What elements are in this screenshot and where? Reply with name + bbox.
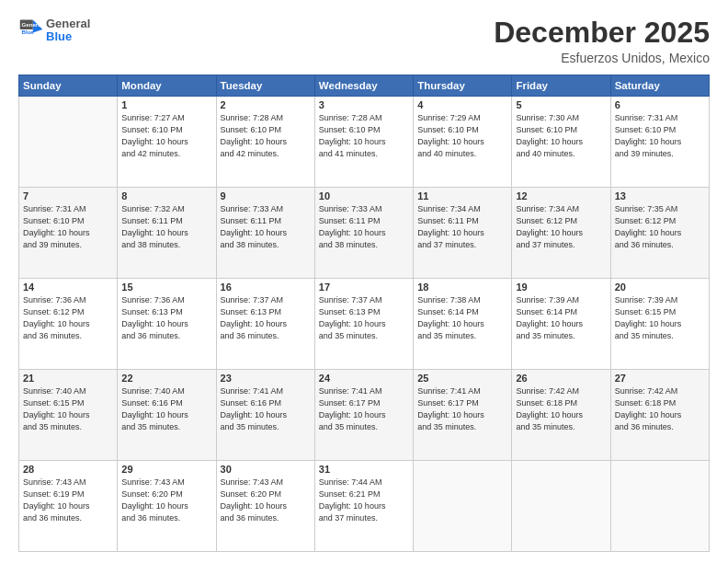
day-number: 1 bbox=[121, 99, 211, 110]
calendar-cell: 18Sunrise: 7:38 AM Sunset: 6:14 PM Dayli… bbox=[414, 279, 512, 370]
calendar-header-row: Sunday Monday Tuesday Wednesday Thursday… bbox=[19, 75, 710, 97]
day-number: 6 bbox=[615, 99, 705, 110]
calendar-cell: 5Sunrise: 7:30 AM Sunset: 6:10 PM Daylig… bbox=[512, 97, 610, 188]
day-number: 7 bbox=[23, 190, 113, 201]
col-wednesday: Wednesday bbox=[314, 75, 413, 97]
day-number: 14 bbox=[23, 282, 113, 293]
day-number: 26 bbox=[516, 373, 606, 384]
day-number: 23 bbox=[221, 373, 311, 384]
day-info: Sunrise: 7:43 AM Sunset: 6:19 PM Dayligh… bbox=[23, 477, 113, 524]
day-info: Sunrise: 7:32 AM Sunset: 6:11 PM Dayligh… bbox=[121, 203, 211, 251]
calendar-cell: 21Sunrise: 7:40 AM Sunset: 6:15 PM Dayli… bbox=[19, 370, 118, 461]
calendar-cell: 10Sunrise: 7:33 AM Sunset: 6:11 PM Dayli… bbox=[314, 188, 413, 279]
calendar-cell: 7Sunrise: 7:31 AM Sunset: 6:10 PM Daylig… bbox=[19, 188, 118, 279]
day-number: 3 bbox=[319, 99, 409, 110]
svg-text:Blue: Blue bbox=[22, 29, 35, 35]
day-info: Sunrise: 7:33 AM Sunset: 6:11 PM Dayligh… bbox=[319, 203, 409, 251]
day-info: Sunrise: 7:36 AM Sunset: 6:13 PM Dayligh… bbox=[121, 294, 211, 342]
day-number: 4 bbox=[417, 99, 507, 110]
day-number: 18 bbox=[417, 282, 507, 293]
calendar-cell bbox=[414, 461, 512, 552]
title-block: December 2025 Esfuerzos Unidos, Mexico bbox=[494, 17, 710, 65]
day-info: Sunrise: 7:28 AM Sunset: 6:10 PM Dayligh… bbox=[221, 112, 311, 160]
day-number: 31 bbox=[319, 464, 409, 475]
calendar-week-row-4: 21Sunrise: 7:40 AM Sunset: 6:15 PM Dayli… bbox=[19, 370, 710, 461]
day-number: 13 bbox=[615, 190, 705, 201]
month-title: December 2025 bbox=[494, 17, 710, 49]
day-info: Sunrise: 7:31 AM Sunset: 6:10 PM Dayligh… bbox=[615, 112, 705, 160]
col-saturday: Saturday bbox=[610, 75, 709, 97]
col-monday: Monday bbox=[118, 75, 216, 97]
calendar-cell: 26Sunrise: 7:42 AM Sunset: 6:18 PM Dayli… bbox=[512, 370, 610, 461]
calendar-week-row-3: 14Sunrise: 7:36 AM Sunset: 6:12 PM Dayli… bbox=[19, 279, 710, 370]
calendar-cell: 19Sunrise: 7:39 AM Sunset: 6:14 PM Dayli… bbox=[512, 279, 610, 370]
calendar-cell: 13Sunrise: 7:35 AM Sunset: 6:12 PM Dayli… bbox=[610, 188, 709, 279]
day-number: 16 bbox=[221, 282, 311, 293]
calendar-cell: 31Sunrise: 7:44 AM Sunset: 6:21 PM Dayli… bbox=[314, 461, 413, 552]
day-info: Sunrise: 7:34 AM Sunset: 6:12 PM Dayligh… bbox=[516, 203, 606, 251]
col-friday: Friday bbox=[512, 75, 610, 97]
day-info: Sunrise: 7:40 AM Sunset: 6:15 PM Dayligh… bbox=[23, 385, 113, 433]
day-info: Sunrise: 7:41 AM Sunset: 6:17 PM Dayligh… bbox=[417, 385, 507, 433]
calendar-cell: 27Sunrise: 7:42 AM Sunset: 6:18 PM Dayli… bbox=[610, 370, 709, 461]
day-number: 5 bbox=[516, 99, 606, 110]
col-thursday: Thursday bbox=[414, 75, 512, 97]
calendar-cell: 3Sunrise: 7:28 AM Sunset: 6:10 PM Daylig… bbox=[314, 97, 413, 188]
day-number: 2 bbox=[221, 99, 311, 110]
day-number: 17 bbox=[319, 282, 409, 293]
day-info: Sunrise: 7:42 AM Sunset: 6:18 PM Dayligh… bbox=[615, 385, 705, 433]
col-tuesday: Tuesday bbox=[216, 75, 314, 97]
logo: General Blue General Blue bbox=[18, 17, 90, 44]
day-number: 11 bbox=[417, 190, 507, 201]
calendar-cell: 1Sunrise: 7:27 AM Sunset: 6:10 PM Daylig… bbox=[118, 97, 216, 188]
calendar-cell: 9Sunrise: 7:33 AM Sunset: 6:11 PM Daylig… bbox=[216, 188, 314, 279]
day-number: 28 bbox=[23, 464, 113, 475]
day-number: 9 bbox=[221, 190, 311, 201]
location-subtitle: Esfuerzos Unidos, Mexico bbox=[494, 51, 710, 65]
calendar-cell: 4Sunrise: 7:29 AM Sunset: 6:10 PM Daylig… bbox=[414, 97, 512, 188]
day-info: Sunrise: 7:44 AM Sunset: 6:21 PM Dayligh… bbox=[319, 477, 409, 524]
day-info: Sunrise: 7:42 AM Sunset: 6:18 PM Dayligh… bbox=[516, 385, 606, 433]
day-number: 22 bbox=[121, 373, 211, 384]
calendar-table: Sunday Monday Tuesday Wednesday Thursday… bbox=[18, 75, 710, 552]
day-number: 15 bbox=[121, 282, 211, 293]
logo-general: General bbox=[46, 17, 90, 30]
day-info: Sunrise: 7:43 AM Sunset: 6:20 PM Dayligh… bbox=[121, 477, 211, 524]
calendar-cell: 6Sunrise: 7:31 AM Sunset: 6:10 PM Daylig… bbox=[610, 97, 709, 188]
calendar-cell: 23Sunrise: 7:41 AM Sunset: 6:16 PM Dayli… bbox=[216, 370, 314, 461]
calendar-cell: 25Sunrise: 7:41 AM Sunset: 6:17 PM Dayli… bbox=[414, 370, 512, 461]
calendar-cell: 14Sunrise: 7:36 AM Sunset: 6:12 PM Dayli… bbox=[19, 279, 118, 370]
calendar-cell: 15Sunrise: 7:36 AM Sunset: 6:13 PM Dayli… bbox=[118, 279, 216, 370]
calendar-cell: 8Sunrise: 7:32 AM Sunset: 6:11 PM Daylig… bbox=[118, 188, 216, 279]
logo-icon: General Blue bbox=[18, 17, 44, 42]
day-info: Sunrise: 7:41 AM Sunset: 6:16 PM Dayligh… bbox=[221, 385, 311, 433]
day-info: Sunrise: 7:36 AM Sunset: 6:12 PM Dayligh… bbox=[23, 294, 113, 342]
calendar-cell: 2Sunrise: 7:28 AM Sunset: 6:10 PM Daylig… bbox=[216, 97, 314, 188]
page: General Blue General Blue December 2025 … bbox=[0, 0, 728, 563]
calendar-cell bbox=[19, 97, 118, 188]
calendar-week-row-5: 28Sunrise: 7:43 AM Sunset: 6:19 PM Dayli… bbox=[19, 461, 710, 552]
day-info: Sunrise: 7:29 AM Sunset: 6:10 PM Dayligh… bbox=[417, 112, 507, 160]
day-number: 12 bbox=[516, 190, 606, 201]
logo-blue: Blue bbox=[46, 30, 90, 43]
calendar-cell: 11Sunrise: 7:34 AM Sunset: 6:11 PM Dayli… bbox=[414, 188, 512, 279]
calendar-cell: 29Sunrise: 7:43 AM Sunset: 6:20 PM Dayli… bbox=[118, 461, 216, 552]
day-info: Sunrise: 7:39 AM Sunset: 6:14 PM Dayligh… bbox=[516, 294, 606, 342]
calendar-cell: 20Sunrise: 7:39 AM Sunset: 6:15 PM Dayli… bbox=[610, 279, 709, 370]
day-info: Sunrise: 7:37 AM Sunset: 6:13 PM Dayligh… bbox=[319, 294, 409, 342]
day-number: 25 bbox=[417, 373, 507, 384]
calendar-cell bbox=[610, 461, 709, 552]
day-info: Sunrise: 7:41 AM Sunset: 6:17 PM Dayligh… bbox=[319, 385, 409, 433]
calendar-week-row-2: 7Sunrise: 7:31 AM Sunset: 6:10 PM Daylig… bbox=[19, 188, 710, 279]
calendar-cell: 28Sunrise: 7:43 AM Sunset: 6:19 PM Dayli… bbox=[19, 461, 118, 552]
day-info: Sunrise: 7:28 AM Sunset: 6:10 PM Dayligh… bbox=[319, 112, 409, 160]
day-info: Sunrise: 7:33 AM Sunset: 6:11 PM Dayligh… bbox=[221, 203, 311, 251]
svg-text:General: General bbox=[22, 21, 43, 28]
calendar-cell bbox=[512, 461, 610, 552]
day-info: Sunrise: 7:27 AM Sunset: 6:10 PM Dayligh… bbox=[121, 112, 211, 160]
day-number: 19 bbox=[516, 282, 606, 293]
day-number: 27 bbox=[615, 373, 705, 384]
calendar-cell: 12Sunrise: 7:34 AM Sunset: 6:12 PM Dayli… bbox=[512, 188, 610, 279]
day-number: 21 bbox=[23, 373, 113, 384]
day-info: Sunrise: 7:31 AM Sunset: 6:10 PM Dayligh… bbox=[23, 203, 113, 251]
